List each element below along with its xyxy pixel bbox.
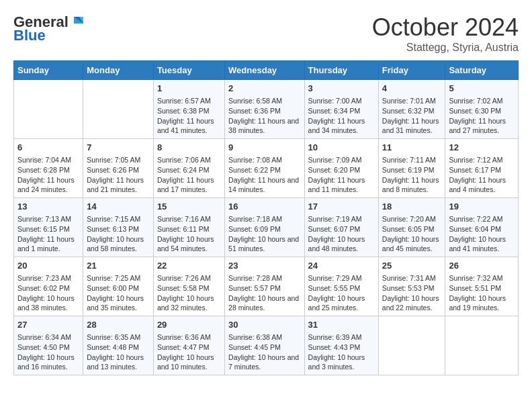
calendar-cell: 16Sunrise: 7:18 AM Sunset: 6:09 PM Dayli…	[225, 198, 304, 257]
calendar-cell: 24Sunrise: 7:29 AM Sunset: 5:55 PM Dayli…	[304, 257, 378, 316]
week-row-3: 13Sunrise: 7:13 AM Sunset: 6:15 PM Dayli…	[14, 198, 519, 257]
day-number: 26	[449, 260, 515, 272]
calendar-cell: 27Sunrise: 6:34 AM Sunset: 4:50 PM Dayli…	[14, 316, 83, 375]
day-number: 19	[449, 201, 515, 213]
day-number: 24	[308, 260, 375, 272]
calendar-cell: 23Sunrise: 7:28 AM Sunset: 5:57 PM Dayli…	[225, 257, 304, 316]
calendar-cell: 5Sunrise: 7:02 AM Sunset: 6:30 PM Daylig…	[445, 80, 519, 139]
day-info: Sunrise: 7:09 AM Sunset: 6:20 PM Dayligh…	[308, 155, 375, 195]
calendar-cell: 7Sunrise: 7:05 AM Sunset: 6:26 PM Daylig…	[83, 139, 154, 198]
day-number: 20	[17, 260, 79, 272]
day-number: 4	[382, 83, 442, 95]
calendar-cell: 22Sunrise: 7:26 AM Sunset: 5:58 PM Dayli…	[153, 257, 224, 316]
calendar-cell: 4Sunrise: 7:01 AM Sunset: 6:32 PM Daylig…	[378, 80, 445, 139]
day-number: 17	[308, 201, 375, 213]
calendar-cell: 21Sunrise: 7:25 AM Sunset: 6:00 PM Dayli…	[83, 257, 154, 316]
day-number: 15	[157, 201, 221, 213]
calendar-body: 1Sunrise: 6:57 AM Sunset: 6:38 PM Daylig…	[14, 80, 519, 375]
day-info: Sunrise: 7:19 AM Sunset: 6:07 PM Dayligh…	[308, 214, 375, 254]
day-number: 21	[87, 260, 150, 272]
day-info: Sunrise: 7:23 AM Sunset: 6:02 PM Dayligh…	[17, 273, 79, 313]
calendar-cell: 31Sunrise: 6:39 AM Sunset: 4:43 PM Dayli…	[304, 316, 378, 375]
day-number: 8	[157, 142, 221, 154]
day-header-monday: Monday	[83, 61, 154, 80]
day-number: 10	[308, 142, 375, 154]
day-number: 12	[449, 142, 515, 154]
day-info: Sunrise: 6:38 AM Sunset: 4:45 PM Dayligh…	[228, 332, 300, 372]
day-number: 6	[17, 142, 79, 154]
calendar-cell: 2Sunrise: 6:58 AM Sunset: 6:36 PM Daylig…	[225, 80, 304, 139]
calendar-cell	[445, 316, 519, 375]
day-number: 2	[228, 83, 300, 95]
week-row-5: 27Sunrise: 6:34 AM Sunset: 4:50 PM Dayli…	[14, 316, 519, 375]
day-number: 3	[308, 83, 375, 95]
calendar-cell	[378, 316, 445, 375]
day-info: Sunrise: 7:05 AM Sunset: 6:26 PM Dayligh…	[87, 155, 150, 195]
day-info: Sunrise: 7:26 AM Sunset: 5:58 PM Dayligh…	[157, 273, 221, 313]
day-info: Sunrise: 7:29 AM Sunset: 5:55 PM Dayligh…	[308, 273, 375, 313]
day-number: 23	[228, 260, 300, 272]
day-header-thursday: Thursday	[304, 61, 378, 80]
day-number: 29	[157, 319, 221, 331]
day-number: 7	[87, 142, 150, 154]
day-info: Sunrise: 7:15 AM Sunset: 6:13 PM Dayligh…	[87, 214, 150, 254]
day-info: Sunrise: 7:11 AM Sunset: 6:19 PM Dayligh…	[382, 155, 442, 195]
day-info: Sunrise: 7:02 AM Sunset: 6:30 PM Dayligh…	[449, 96, 515, 136]
calendar-cell: 13Sunrise: 7:13 AM Sunset: 6:15 PM Dayli…	[14, 198, 83, 257]
calendar-cell: 6Sunrise: 7:04 AM Sunset: 6:28 PM Daylig…	[14, 139, 83, 198]
day-info: Sunrise: 7:25 AM Sunset: 6:00 PM Dayligh…	[87, 273, 150, 313]
month-title: October 2024	[372, 13, 519, 42]
day-info: Sunrise: 7:16 AM Sunset: 6:11 PM Dayligh…	[157, 214, 221, 254]
day-info: Sunrise: 7:18 AM Sunset: 6:09 PM Dayligh…	[228, 214, 300, 254]
day-number: 11	[382, 142, 442, 154]
calendar-cell: 9Sunrise: 7:08 AM Sunset: 6:22 PM Daylig…	[225, 139, 304, 198]
calendar-table: SundayMondayTuesdayWednesdayThursdayFrid…	[13, 60, 519, 375]
day-number: 27	[17, 319, 79, 331]
day-number: 1	[157, 83, 221, 95]
day-header-saturday: Saturday	[445, 61, 519, 80]
calendar-cell: 19Sunrise: 7:22 AM Sunset: 6:04 PM Dayli…	[445, 198, 519, 257]
day-info: Sunrise: 6:58 AM Sunset: 6:36 PM Dayligh…	[228, 96, 300, 136]
page-header: General Blue October 2024 Stattegg, Styr…	[13, 13, 519, 54]
calendar-cell: 1Sunrise: 6:57 AM Sunset: 6:38 PM Daylig…	[153, 80, 224, 139]
day-info: Sunrise: 7:01 AM Sunset: 6:32 PM Dayligh…	[382, 96, 442, 136]
day-number: 22	[157, 260, 221, 272]
calendar-cell: 8Sunrise: 7:06 AM Sunset: 6:24 PM Daylig…	[153, 139, 224, 198]
calendar-cell: 18Sunrise: 7:20 AM Sunset: 6:05 PM Dayli…	[378, 198, 445, 257]
day-info: Sunrise: 6:36 AM Sunset: 4:47 PM Dayligh…	[157, 332, 221, 372]
calendar-cell: 14Sunrise: 7:15 AM Sunset: 6:13 PM Dayli…	[83, 198, 154, 257]
calendar-cell: 15Sunrise: 7:16 AM Sunset: 6:11 PM Dayli…	[153, 198, 224, 257]
day-header-friday: Friday	[378, 61, 445, 80]
logo-icon	[70, 14, 85, 29]
day-info: Sunrise: 7:28 AM Sunset: 5:57 PM Dayligh…	[228, 273, 300, 313]
day-info: Sunrise: 6:34 AM Sunset: 4:50 PM Dayligh…	[17, 332, 79, 372]
day-info: Sunrise: 7:06 AM Sunset: 6:24 PM Dayligh…	[157, 155, 221, 195]
calendar-cell: 11Sunrise: 7:11 AM Sunset: 6:19 PM Dayli…	[378, 139, 445, 198]
day-header-sunday: Sunday	[14, 61, 83, 80]
day-info: Sunrise: 6:39 AM Sunset: 4:43 PM Dayligh…	[308, 332, 375, 372]
calendar-cell: 10Sunrise: 7:09 AM Sunset: 6:20 PM Dayli…	[304, 139, 378, 198]
day-number: 31	[308, 319, 375, 331]
day-info: Sunrise: 7:08 AM Sunset: 6:22 PM Dayligh…	[228, 155, 300, 195]
day-number: 30	[228, 319, 300, 331]
week-row-2: 6Sunrise: 7:04 AM Sunset: 6:28 PM Daylig…	[14, 139, 519, 198]
week-row-4: 20Sunrise: 7:23 AM Sunset: 6:02 PM Dayli…	[14, 257, 519, 316]
calendar-cell: 30Sunrise: 6:38 AM Sunset: 4:45 PM Dayli…	[225, 316, 304, 375]
day-number: 13	[17, 201, 79, 213]
logo-blue-text: Blue	[13, 27, 46, 44]
day-number: 9	[228, 142, 300, 154]
calendar-cell: 28Sunrise: 6:35 AM Sunset: 4:48 PM Dayli…	[83, 316, 154, 375]
day-number: 25	[382, 260, 442, 272]
day-info: Sunrise: 6:57 AM Sunset: 6:38 PM Dayligh…	[157, 96, 221, 136]
day-info: Sunrise: 7:00 AM Sunset: 6:34 PM Dayligh…	[308, 96, 375, 136]
calendar-cell: 26Sunrise: 7:32 AM Sunset: 5:51 PM Dayli…	[445, 257, 519, 316]
week-row-1: 1Sunrise: 6:57 AM Sunset: 6:38 PM Daylig…	[14, 80, 519, 139]
day-info: Sunrise: 7:13 AM Sunset: 6:15 PM Dayligh…	[17, 214, 79, 254]
day-number: 14	[87, 201, 150, 213]
calendar-cell	[83, 80, 154, 139]
day-header-tuesday: Tuesday	[153, 61, 224, 80]
calendar-cell: 20Sunrise: 7:23 AM Sunset: 6:02 PM Dayli…	[14, 257, 83, 316]
header-row: SundayMondayTuesdayWednesdayThursdayFrid…	[14, 61, 519, 80]
day-header-wednesday: Wednesday	[225, 61, 304, 80]
day-info: Sunrise: 7:12 AM Sunset: 6:17 PM Dayligh…	[449, 155, 515, 195]
